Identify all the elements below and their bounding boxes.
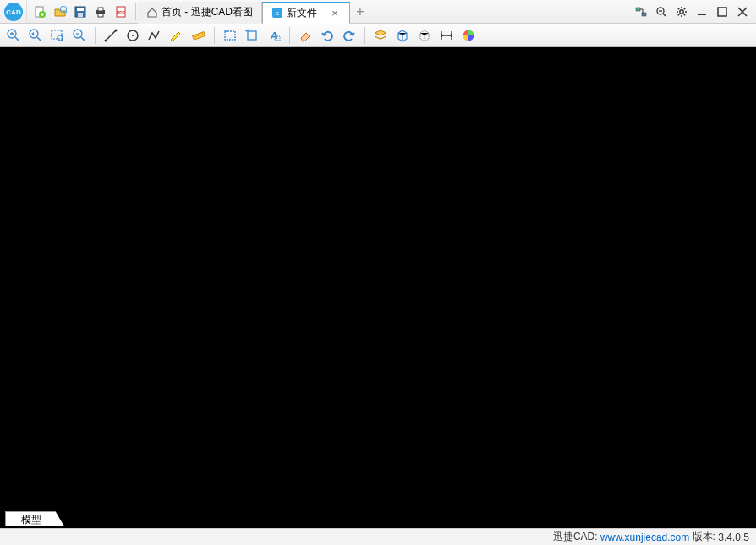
svg-rect-19 xyxy=(718,8,726,16)
rotate-tool[interactable] xyxy=(244,27,260,44)
model-tab[interactable]: 模型 xyxy=(5,511,64,526)
model-tabs: 模型 xyxy=(5,511,64,528)
new-file-button[interactable] xyxy=(32,4,47,19)
version-number: 3.4.0.5 xyxy=(718,531,749,543)
polyline-tool[interactable] xyxy=(146,27,163,44)
undo-button[interactable] xyxy=(319,27,336,44)
dimension-tool[interactable] xyxy=(438,27,455,44)
network-icon[interactable] xyxy=(634,5,648,19)
redo-button[interactable] xyxy=(341,27,358,44)
svg-point-28 xyxy=(132,35,134,36)
zoom-out-tool[interactable] xyxy=(71,27,88,44)
close-button[interactable] xyxy=(736,5,749,19)
separator xyxy=(289,27,290,44)
main-toolbar: A xyxy=(0,24,756,47)
svg-text:PDF: PDF xyxy=(117,10,125,15)
color-wheel-tool[interactable] xyxy=(460,27,477,44)
app-logo[interactable]: CAD xyxy=(0,0,27,24)
svg-text:A: A xyxy=(270,30,277,41)
highlight-tool[interactable] xyxy=(168,27,185,44)
tab-strip: 首页 - 迅捷CAD看图 C 新文件 × + xyxy=(138,0,627,23)
tab-newfile[interactable]: C 新文件 × xyxy=(262,2,350,24)
separator xyxy=(135,3,136,20)
tab-label: 新文件 xyxy=(287,6,317,20)
svg-point-18 xyxy=(680,9,683,13)
window-controls xyxy=(627,5,756,19)
svg-rect-7 xyxy=(78,13,83,17)
text-tool[interactable]: A xyxy=(266,27,282,44)
save-button[interactable] xyxy=(73,4,88,19)
separator xyxy=(364,27,365,44)
status-bar: 迅捷CAD: www.xunjiecad.com 版本: 3.4.0.5 xyxy=(0,528,756,545)
zoom-out-icon[interactable] xyxy=(655,5,668,19)
export-pdf-button[interactable]: PDF xyxy=(113,4,129,19)
minimize-button[interactable] xyxy=(695,5,709,19)
title-bar: CAD PDF 首页 - 迅捷CAD看图 C 新文件 xyxy=(0,0,756,24)
3d-wireframe-tool[interactable] xyxy=(416,27,433,44)
svg-rect-31 xyxy=(248,31,256,40)
svg-rect-15 xyxy=(636,8,640,11)
3d-box-tool[interactable] xyxy=(394,27,411,44)
svg-text:CAD: CAD xyxy=(6,8,21,16)
open-file-button[interactable] xyxy=(52,4,68,19)
svg-point-26 xyxy=(115,29,118,31)
drawing-canvas[interactable] xyxy=(0,47,756,528)
tab-label: 首页 - 迅捷CAD看图 xyxy=(162,5,253,19)
svg-rect-10 xyxy=(98,14,103,17)
erase-tool[interactable] xyxy=(297,27,314,44)
separator xyxy=(214,27,215,44)
svg-rect-22 xyxy=(52,30,62,39)
cad-file-icon: C xyxy=(271,7,283,19)
svg-rect-29 xyxy=(193,31,205,39)
status-brand: 迅捷CAD: xyxy=(553,530,598,544)
circle-tool[interactable] xyxy=(124,27,141,44)
model-tab-label: 模型 xyxy=(21,514,41,526)
zoom-in-tool[interactable] xyxy=(5,27,22,44)
separator xyxy=(95,27,96,44)
svg-text:C: C xyxy=(276,11,280,16)
home-icon xyxy=(146,7,158,19)
new-tab-button[interactable]: + xyxy=(350,4,370,19)
svg-rect-6 xyxy=(77,8,84,11)
svg-rect-30 xyxy=(225,31,235,40)
maximize-button[interactable] xyxy=(715,5,729,19)
website-link[interactable]: www.xunjiecad.com xyxy=(600,531,689,543)
line-tool[interactable] xyxy=(102,27,119,44)
rectangle-tool[interactable] xyxy=(222,27,238,44)
tab-close-button[interactable]: × xyxy=(329,7,341,19)
quick-access-toolbar: PDF xyxy=(27,4,134,19)
zoom-window-tool[interactable] xyxy=(49,27,66,44)
print-button[interactable] xyxy=(93,4,108,19)
tab-home[interactable]: 首页 - 迅捷CAD看图 xyxy=(138,2,262,24)
svg-rect-9 xyxy=(98,8,103,11)
measure-tool[interactable] xyxy=(190,27,207,44)
layers-tool[interactable] xyxy=(372,27,389,44)
svg-point-25 xyxy=(105,39,107,41)
settings-button[interactable] xyxy=(675,5,688,19)
zoom-fit-tool[interactable] xyxy=(27,27,44,44)
version-label: 版本: xyxy=(693,530,715,544)
